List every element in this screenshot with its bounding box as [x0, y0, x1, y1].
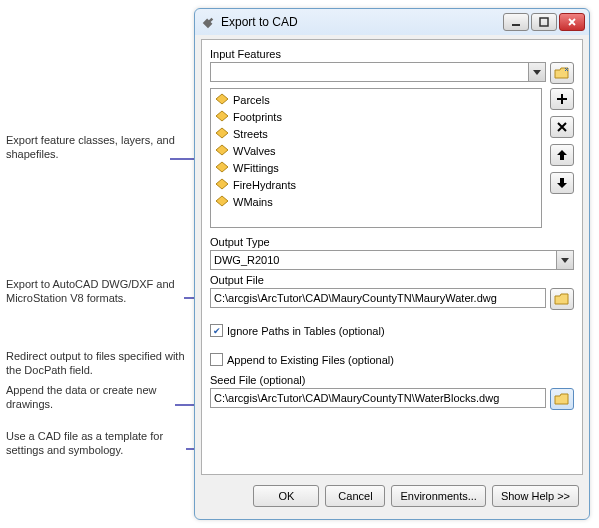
feature-name: WMains	[233, 196, 273, 208]
output-file-field[interactable]: C:\arcgis\ArcTutor\CAD\MauryCountyTN\Mau…	[210, 288, 546, 308]
ignore-paths-checkbox[interactable]	[210, 324, 223, 337]
chevron-down-icon[interactable]	[528, 63, 545, 81]
move-up-button[interactable]	[550, 144, 574, 166]
x-icon	[556, 121, 568, 133]
list-item[interactable]: WMains	[213, 193, 539, 210]
remove-feature-button[interactable]	[550, 116, 574, 138]
dialog-button-bar: OK Cancel Environments... Show Help >>	[201, 481, 583, 511]
input-features-list[interactable]: Parcels Footprints Streets WValves WFitt…	[210, 88, 542, 228]
ignore-paths-label: Ignore Paths in Tables (optional)	[227, 325, 385, 337]
show-help-button[interactable]: Show Help >>	[492, 485, 579, 507]
seed-file-field[interactable]: C:\arcgis\ArcTutor\CAD\MauryCountyTN\Wat…	[210, 388, 546, 408]
feature-class-icon	[215, 195, 229, 208]
ok-button[interactable]: OK	[253, 485, 319, 507]
list-item[interactable]: Streets	[213, 125, 539, 142]
feature-class-icon	[215, 93, 229, 106]
append-checkbox[interactable]	[210, 353, 223, 366]
annotation-text: Redirect output to files specified with …	[6, 350, 201, 378]
feature-class-icon	[215, 161, 229, 174]
cancel-button[interactable]: Cancel	[325, 485, 385, 507]
browse-seed-button[interactable]	[550, 388, 574, 410]
annotation-text: Export to AutoCAD DWG/DXF and MicroStati…	[6, 278, 191, 306]
add-feature-button[interactable]	[550, 88, 574, 110]
seed-file-value: C:\arcgis\ArcTutor\CAD\MauryCountyTN\Wat…	[214, 392, 499, 404]
svg-rect-0	[512, 24, 520, 26]
browse-input-button[interactable]	[550, 62, 574, 84]
output-file-value: C:\arcgis\ArcTutor\CAD\MauryCountyTN\Mau…	[214, 292, 497, 304]
move-down-button[interactable]	[550, 172, 574, 194]
svg-rect-1	[540, 18, 548, 26]
annotation-text: Export feature classes, layers, and shap…	[6, 134, 176, 162]
annotation-text: Append the data or create new drawings.	[6, 384, 186, 412]
list-item[interactable]: Parcels	[213, 91, 539, 108]
list-item[interactable]: Footprints	[213, 108, 539, 125]
feature-name: FireHydrants	[233, 179, 296, 191]
output-type-combo[interactable]: DWG_R2010	[210, 250, 574, 270]
maximize-button[interactable]	[531, 13, 557, 31]
output-file-label: Output File	[210, 274, 574, 286]
folder-open-icon	[554, 392, 570, 406]
feature-name: WFittings	[233, 162, 279, 174]
annotation-text: Use a CAD file as a template for setting…	[6, 430, 191, 458]
browse-output-button[interactable]	[550, 288, 574, 310]
folder-open-icon	[554, 292, 570, 306]
environments-button[interactable]: Environments...	[391, 485, 485, 507]
feature-name: Streets	[233, 128, 268, 140]
append-label: Append to Existing Files (optional)	[227, 354, 394, 366]
input-features-label: Input Features	[210, 48, 574, 60]
feature-class-icon	[215, 144, 229, 157]
plus-icon	[556, 93, 568, 105]
minimize-button[interactable]	[503, 13, 529, 31]
folder-open-icon	[554, 66, 570, 80]
close-button[interactable]	[559, 13, 585, 31]
feature-class-icon	[215, 178, 229, 191]
list-item[interactable]: WValves	[213, 142, 539, 159]
chevron-down-icon[interactable]	[556, 251, 573, 269]
output-type-label: Output Type	[210, 236, 574, 248]
dialog-body: Input Features Parcels Footprints	[201, 39, 583, 475]
list-item[interactable]: FireHydrants	[213, 176, 539, 193]
feature-class-icon	[215, 110, 229, 123]
feature-name: WValves	[233, 145, 276, 157]
export-to-cad-dialog: Export to CAD Input Features Parcels	[194, 8, 590, 520]
titlebar[interactable]: Export to CAD	[195, 9, 589, 35]
arrow-up-icon	[556, 149, 568, 161]
hammer-icon	[201, 15, 215, 29]
feature-class-icon	[215, 127, 229, 140]
arrow-down-icon	[556, 177, 568, 189]
feature-name: Footprints	[233, 111, 282, 123]
output-type-value: DWG_R2010	[214, 254, 279, 266]
feature-name: Parcels	[233, 94, 270, 106]
seed-file-label: Seed File (optional)	[210, 374, 574, 386]
list-item[interactable]: WFittings	[213, 159, 539, 176]
input-features-combo[interactable]	[210, 62, 546, 82]
window-title: Export to CAD	[221, 15, 503, 29]
